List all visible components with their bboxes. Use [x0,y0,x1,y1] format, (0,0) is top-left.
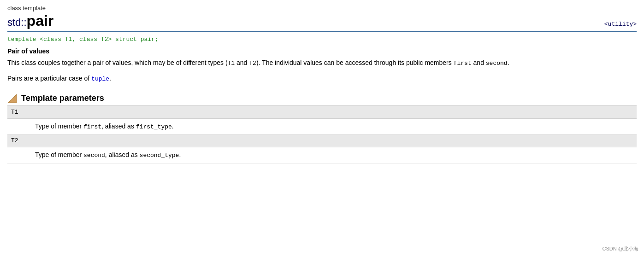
param-t2-desc-part2: , aliased as [105,151,140,158]
desc-part5: . [508,59,509,66]
param-t2-desc-part3: . [179,151,181,158]
desc-t2: T2 [249,60,256,67]
pairs-text-part1: Pairs are a particular case of [7,75,91,82]
param-t1-code1: first [83,123,101,130]
pairs-text-part2: . [109,75,111,82]
table-row: Type of member second, aliased as second… [7,147,637,163]
table-row: T2 [7,134,637,147]
template-params-table: T1 Type of member first, aliased as firs… [7,106,637,163]
param-t1-desc-part3: . [172,122,174,130]
desc-first: first [454,60,472,67]
param-t2-desc: Type of member second, aliased as second… [7,147,637,163]
desc-second: second [486,60,508,67]
title-group: std::pair [7,12,53,29]
table-row: Type of member first, aliased as first_t… [7,118,637,134]
param-t2-code1: second [83,152,105,159]
header-divider [7,31,637,32]
class-label: class template [7,5,637,12]
param-t2-name: T2 [7,134,637,147]
code-declaration: template <class T1, class T2> struct pai… [7,36,637,43]
param-t2-code2: second_type [140,152,179,159]
desc-t1: T1 [228,60,235,67]
std-prefix[interactable]: std:: [7,17,27,28]
param-t2-desc-part1: Type of member [35,151,83,158]
template-icon [7,93,18,104]
tuple-link[interactable]: tuple [91,76,109,82]
template-params-section-header: Template parameters [7,93,637,106]
watermark: CSDN @北小海 [603,245,638,252]
pairs-text: Pairs are a particular case of tuple. [7,73,637,84]
param-t1-desc-part1: Type of member [35,122,83,130]
param-t1-desc-part2: , aliased as [101,122,136,130]
param-t1-name: T1 [7,106,637,119]
desc-part4: and [472,59,486,66]
pair-name: pair [27,12,54,29]
description-main-text: This class couples together a pair of va… [7,58,637,69]
svg-marker-0 [8,94,17,103]
param-t1-desc: Type of member first, aliased as first_t… [7,118,637,134]
desc-part3: ). The individual values can be accessed… [256,59,454,66]
utility-link[interactable]: <utility> [604,21,637,28]
description-bold-title: Pair of values [7,47,637,55]
title-line: std::pair <utility> [7,12,637,29]
param-t1-code2: first_type [136,123,172,130]
template-params-title: Template parameters [21,93,104,103]
desc-part1: This class couples together a pair of va… [7,59,228,66]
header-section: class template std::pair <utility> [7,5,637,29]
table-row: T1 [7,106,637,119]
desc-part2: and [235,59,249,66]
